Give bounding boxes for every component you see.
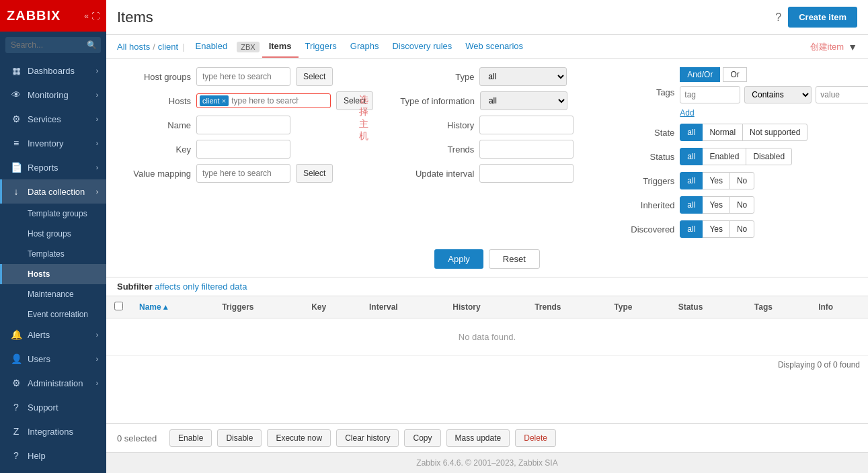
state-not-supported-button[interactable]: Not supported: [742, 124, 807, 141]
tags-or-button[interactable]: Or: [723, 67, 746, 82]
sidebar-item-administration[interactable]: ⚙ Administration ›: [0, 371, 106, 395]
type-label: Type: [400, 72, 474, 82]
status-column-header: Status: [670, 296, 746, 318]
name-input[interactable]: [196, 116, 290, 134]
tab-triggers[interactable]: Triggers: [299, 36, 344, 58]
add-tag-row: Add: [680, 108, 868, 118]
inherited-field: Inherited all Yes No: [600, 196, 857, 214]
disable-button[interactable]: Disable: [217, 429, 262, 447]
tag-value-input[interactable]: [816, 86, 868, 103]
triggers-no-button[interactable]: No: [729, 172, 754, 189]
breadcrumb-separator: /: [153, 42, 155, 52]
discovered-label: Discovered: [600, 224, 674, 234]
sidebar-item-support[interactable]: ? Support: [0, 395, 106, 419]
sidebar-item-maintenance[interactable]: Maintenance: [0, 284, 106, 304]
discovered-all-button[interactable]: all: [680, 220, 703, 238]
name-column-header[interactable]: Name ▴: [131, 296, 214, 318]
sidebar-item-help[interactable]: ? Help: [0, 443, 106, 468]
tab-graphs[interactable]: Graphs: [344, 36, 386, 58]
mass-update-button[interactable]: Mass update: [446, 429, 510, 447]
history-input[interactable]: [479, 116, 574, 134]
sidebar-item-hosts[interactable]: Hosts: [0, 264, 106, 284]
tags-and-or-button[interactable]: And/Or: [680, 67, 720, 82]
sidebar-item-reports[interactable]: 📄 Reports ›: [0, 155, 106, 179]
trends-input[interactable]: [479, 140, 574, 159]
value-mapping-input[interactable]: [196, 164, 290, 183]
sidebar-item-monitoring[interactable]: 👁 Monitoring ›: [0, 83, 106, 107]
create-item-button[interactable]: Create item: [788, 7, 857, 28]
chevron-icon: ›: [96, 380, 98, 387]
inherited-all-button[interactable]: all: [680, 196, 703, 214]
delete-button[interactable]: Delete: [515, 429, 556, 447]
key-input[interactable]: [196, 140, 290, 159]
tab-divider: |: [182, 42, 184, 52]
collapse-icon[interactable]: «: [84, 11, 89, 21]
host-tag-remove-icon[interactable]: ×: [222, 97, 226, 105]
state-normal-button[interactable]: Normal: [702, 124, 743, 141]
filter-actions: Apply Reset: [117, 244, 857, 269]
triggers-all-button[interactable]: all: [680, 172, 703, 189]
host-groups-select-button[interactable]: Select: [296, 67, 333, 86]
execute-now-button[interactable]: Execute now: [267, 429, 331, 447]
add-tag-link[interactable]: Add: [680, 108, 694, 118]
host-groups-label: Host groups: [117, 72, 191, 82]
hosts-select-button[interactable]: Select: [336, 91, 373, 110]
sidebar-item-alerts[interactable]: 🔔 Alerts ›: [0, 322, 106, 347]
items-table: Name ▴ Triggers Key Interval History Tre…: [106, 296, 868, 356]
filter-icon[interactable]: ▼: [848, 42, 857, 52]
info-column-header: Info: [810, 296, 868, 318]
state-all-button[interactable]: all: [680, 124, 703, 141]
fullscreen-icon[interactable]: ⛶: [91, 11, 100, 21]
tag-contains-select[interactable]: Contains Equals Does not contain: [744, 86, 812, 103]
sidebar-item-services[interactable]: ⚙ Services ›: [0, 107, 106, 131]
update-interval-input[interactable]: [479, 164, 574, 183]
tab-zbx[interactable]: ZBX: [237, 42, 259, 52]
sidebar-item-template-groups[interactable]: Template groups: [0, 204, 106, 224]
status-all-button[interactable]: all: [680, 148, 703, 165]
filter-middle: Type all Zabbix agent Zabbix trapper Typ…: [400, 67, 574, 239]
copy-button[interactable]: Copy: [404, 429, 440, 447]
value-mapping-select-button[interactable]: Select: [296, 164, 333, 183]
type-select[interactable]: all Zabbix agent Zabbix trapper: [479, 67, 567, 86]
breadcrumb-tabs: All hosts / client | Enabled ZBX Items T…: [117, 36, 530, 58]
sidebar-item-templates[interactable]: Templates: [0, 244, 106, 264]
sidebar-item-integrations[interactable]: Z Integrations: [0, 419, 106, 443]
status-disabled-button[interactable]: Disabled: [746, 148, 792, 165]
tab-web-scenarios[interactable]: Web scenarios: [459, 36, 530, 58]
tag-input[interactable]: [680, 86, 740, 103]
discovered-yes-button[interactable]: Yes: [702, 220, 730, 238]
sidebar-item-inventory[interactable]: ≡ Inventory ›: [0, 131, 106, 155]
tab-items[interactable]: Items: [262, 36, 299, 58]
breadcrumb-all-hosts[interactable]: All hosts: [117, 42, 150, 52]
hosts-tag-container[interactable]: client ×: [196, 93, 331, 108]
type-of-info-select[interactable]: all Numeric (unsigned) Numeric (float): [480, 91, 567, 110]
tab-discovery-rules[interactable]: Discovery rules: [385, 36, 459, 58]
enable-button[interactable]: Enable: [169, 429, 212, 447]
reset-button[interactable]: Reset: [489, 249, 540, 269]
sidebar-item-users[interactable]: 👤 Users ›: [0, 347, 106, 371]
discovered-no-button[interactable]: No: [729, 220, 754, 238]
discovered-toggle-group: all Yes No: [680, 220, 754, 238]
sidebar-item-host-groups[interactable]: Host groups: [0, 224, 106, 244]
sidebar-item-event-correlation[interactable]: Event correlation: [0, 304, 106, 322]
clear-history-button[interactable]: Clear history: [336, 429, 399, 447]
triggers-yes-button[interactable]: Yes: [702, 172, 730, 189]
filter-area: Host groups Select Hosts client × Select: [106, 59, 868, 277]
apply-button[interactable]: Apply: [434, 249, 483, 269]
type-of-info-label: Type of information: [400, 96, 475, 106]
sidebar-item-data-collection[interactable]: ↓ Data collection ›: [0, 179, 106, 204]
sidebar-item-label: Services: [28, 114, 91, 124]
breadcrumb-client[interactable]: client: [158, 42, 178, 52]
action-bar: 0 selected Enable Disable Execute now Cl…: [106, 423, 868, 452]
select-all-checkbox[interactable]: [114, 302, 123, 310]
tab-enabled[interactable]: Enabled: [189, 36, 235, 58]
status-enabled-button[interactable]: Enabled: [702, 148, 746, 165]
hosts-input[interactable]: [231, 96, 299, 105]
host-groups-input[interactable]: [196, 67, 290, 86]
help-icon[interactable]: ?: [775, 11, 781, 24]
inherited-yes-button[interactable]: Yes: [702, 196, 730, 214]
tags-section: And/Or Or Contains Equals Does not conta…: [680, 67, 868, 118]
inherited-no-button[interactable]: No: [729, 196, 754, 214]
trends-label: Trends: [400, 144, 474, 155]
sidebar-item-dashboards[interactable]: ▦ Dashboards ›: [0, 58, 106, 83]
